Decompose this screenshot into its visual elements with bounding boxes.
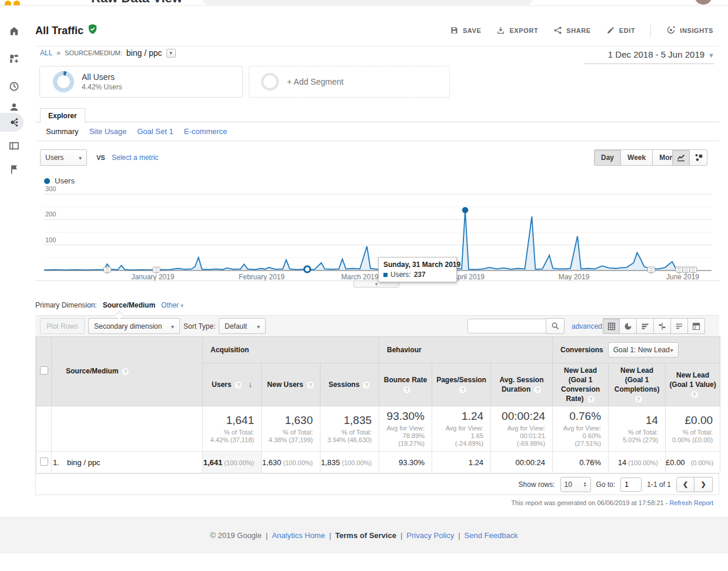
percentage-view-button[interactable] (620, 318, 637, 334)
granularity-week-button[interactable]: Week (621, 149, 653, 166)
subtab-goal-set-1[interactable]: Goal Set 1 (137, 127, 173, 136)
help-icon[interactable] (121, 368, 129, 376)
edit-button[interactable]: EDIT (606, 26, 635, 36)
help-icon[interactable] (533, 386, 542, 394)
help-icon[interactable] (403, 386, 411, 394)
generated-text: This report was generated on 06/06/2019 … (511, 499, 667, 506)
refresh-report-link[interactable]: Refresh Report (669, 499, 713, 506)
granularity-day-button[interactable]: Day (594, 149, 621, 166)
help-icon[interactable] (234, 381, 242, 389)
privacy-policy-link[interactable]: Privacy Policy (406, 531, 454, 540)
line-chart-view-button[interactable] (672, 149, 690, 166)
svg-text:January 2019: January 2019 (132, 273, 175, 281)
table-grid-icon (607, 322, 616, 330)
term-cloud-view-button[interactable] (671, 318, 688, 334)
goal-selector-value: Goal 1: New Lead (613, 346, 670, 354)
help-icon[interactable] (306, 381, 315, 389)
dimension-source-medium[interactable]: Source/Medium (103, 301, 155, 309)
column-users[interactable]: Users (203, 363, 262, 406)
row-checkbox[interactable] (40, 458, 48, 466)
copyright: © 2019 Google (210, 531, 262, 540)
primary-dimension-label: Primary Dimension: (35, 301, 97, 309)
comparison-view-button[interactable] (654, 318, 671, 334)
secondary-dimension-dropdown[interactable]: Secondary dimension (88, 318, 180, 334)
table-search-input[interactable] (467, 319, 546, 333)
totals-pages-session: 1.24 (432, 410, 483, 423)
plot-rows-button[interactable]: Plot Rows (40, 318, 85, 334)
previous-page-button[interactable] (676, 477, 694, 492)
select-all-checkbox[interactable] (40, 366, 48, 375)
sidebar-item-customization[interactable] (8, 53, 20, 65)
export-button[interactable]: EXPORT (496, 26, 538, 36)
column-pages-session[interactable]: Pages/Session (432, 363, 491, 406)
show-rows-select[interactable]: 10 (560, 477, 591, 492)
chart-type-toggle (672, 149, 707, 166)
goto-page-input[interactable] (620, 477, 642, 492)
performance-view-button[interactable] (637, 318, 654, 334)
help-icon[interactable] (459, 386, 467, 394)
next-page-button[interactable] (694, 477, 713, 492)
page-footer: © 2019 Google | Analytics Home | Terms o… (0, 517, 728, 553)
subtab-ecommerce[interactable]: E-commerce (184, 127, 228, 136)
totals-sessions: 1,835 (320, 414, 372, 427)
group-conversions: Conversions Goal 1: New Lead (553, 337, 720, 363)
column-goal-completions[interactable]: New Lead (Goal 1 Completions) (609, 363, 666, 406)
advanced-search-link[interactable]: advanced (572, 322, 602, 330)
help-icon[interactable] (362, 381, 370, 389)
sidebar-item-acquisition[interactable] (8, 116, 20, 128)
pivot-view-button[interactable] (688, 318, 705, 334)
motion-chart-view-button[interactable] (690, 149, 707, 166)
goal-selector-dropdown[interactable]: Goal 1: New Lead (608, 342, 679, 358)
sidebar-item-conversions[interactable] (8, 163, 20, 175)
date-range-selector[interactable]: 1 Dec 2018 - 5 Jun 2019▼ (584, 49, 714, 64)
metric-selector[interactable]: Users (40, 149, 87, 166)
sidebar-item-audience[interactable] (8, 101, 20, 113)
view-title: Raw Data View (91, 0, 182, 6)
column-bounce-rate[interactable]: Bounce Rate (379, 363, 432, 406)
help-icon[interactable] (587, 395, 595, 403)
select-a-metric-link[interactable]: Select a metric (112, 153, 158, 162)
column-sessions[interactable]: Sessions (320, 363, 379, 406)
insights-label: INSIGHTS (680, 27, 713, 34)
segment-all-users[interactable]: All Users 4.42% Users (39, 66, 243, 98)
avatar[interactable] (694, 0, 712, 5)
save-button[interactable]: SAVE (450, 26, 482, 36)
table-view-toggle (603, 318, 705, 334)
divider (650, 24, 651, 37)
totals-goal-value: £0.00 (666, 414, 713, 427)
column-goal-conversion-rate[interactable]: New Lead (Goal 1 Conversion Rate) (553, 363, 609, 406)
terms-of-service-link[interactable]: Terms of Service (335, 531, 396, 540)
insights-button[interactable]: INSIGHTS (666, 25, 713, 36)
subtab-summary[interactable]: Summary (46, 127, 79, 136)
row-source-medium[interactable]: bing / ppc (67, 458, 100, 467)
table-search-button[interactable] (546, 318, 565, 334)
tab-explorer[interactable]: Explorer (40, 108, 85, 122)
subtab-site-usage[interactable]: Site Usage (89, 127, 127, 136)
row-range: 1-1 of 1 (647, 480, 671, 489)
breadcrumb-dropdown[interactable] (166, 49, 176, 58)
help-icon[interactable] (690, 390, 699, 399)
dimension-other-link[interactable]: Other▾ (161, 301, 183, 309)
chevron-down-icon (79, 153, 82, 162)
send-feedback-link[interactable]: Send Feedback (465, 531, 518, 540)
share-button[interactable]: SHARE (553, 26, 591, 36)
column-goal-value[interactable]: New Lead (Goal 1 Value) (666, 363, 720, 406)
data-view-button[interactable] (603, 318, 620, 334)
sort-type-dropdown[interactable]: Default (219, 318, 266, 334)
column-new-users[interactable]: New Users (262, 363, 320, 406)
show-rows-label: Show rows: (519, 480, 555, 489)
sidebar-item-home[interactable] (8, 25, 20, 37)
users-series-dot-icon (44, 178, 50, 184)
sidebar-item-realtime[interactable] (8, 81, 20, 92)
source-medium-header-label: Source/Medium (66, 367, 118, 375)
help-icon[interactable] (635, 395, 643, 403)
column-avg-session-duration[interactable]: Avg. Session Duration (491, 363, 553, 406)
breadcrumb-all-link[interactable]: ALL (40, 49, 52, 57)
save-icon (450, 26, 459, 36)
add-segment-button[interactable]: + Add Segment (249, 66, 450, 98)
search-input[interactable] (203, 0, 532, 5)
sidebar-item-behaviour[interactable] (8, 140, 20, 152)
sort-type-value: Default (225, 322, 247, 330)
analytics-home-link[interactable]: Analytics Home (272, 531, 325, 540)
column-source-medium[interactable]: Source/Medium (52, 337, 203, 406)
